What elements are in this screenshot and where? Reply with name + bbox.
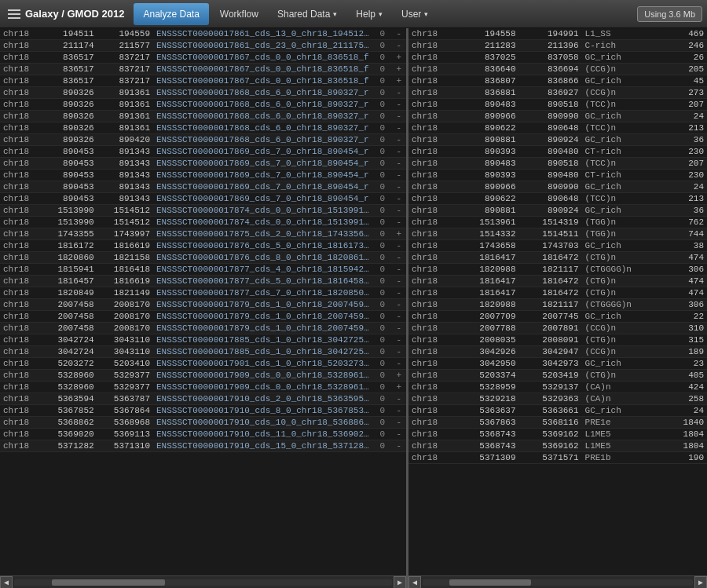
help-button[interactable]: Help ▾ — [346, 0, 392, 28]
left-cell-4: 0 — [373, 146, 391, 158]
left-table-row[interactable]: chr1818208491821149ENSSSCT00000017877_cd… — [0, 287, 406, 299]
left-table-row[interactable]: chr18211174211577ENSSSCT00000017861_cds_… — [0, 40, 406, 52]
right-table-row[interactable]: chr1830429263042947(CCG)n189 — [408, 346, 707, 358]
left-table-row[interactable]: chr18836517837217ENSSSCT00000017867_cds_… — [0, 75, 406, 87]
left-table-row[interactable]: chr1853712825371310ENSSSCT00000017910_cd… — [0, 440, 406, 452]
right-table-row[interactable]: chr1817436581743703GC_rich38 — [408, 240, 707, 252]
workflow-button[interactable]: Workflow — [211, 0, 268, 28]
left-cell-5: - — [391, 299, 406, 311]
right-table-row[interactable]: chr18890622890648(TCC)n213 — [408, 122, 707, 134]
scroll-left-button[interactable]: ◀ — [0, 576, 13, 589]
right-cell-3: (CCG)n — [582, 64, 663, 75]
right-table-row[interactable]: chr1830429503042973GC_rich23 — [408, 358, 707, 370]
right-table-row[interactable]: chr18890393890480CT-rich230 — [408, 170, 707, 181]
left-cell-0: chr18 — [0, 264, 41, 276]
right-table-row[interactable]: chr18194558194991L1_SS469 — [408, 28, 707, 40]
right-table-row[interactable]: chr18890881890924GC_rich36 — [408, 134, 707, 146]
left-table-row[interactable]: chr18890326891361ENSSSCT00000017868_cds_… — [0, 111, 406, 122]
right-table-row[interactable]: chr18836640836694(CCG)n205 — [408, 64, 707, 75]
left-table-row[interactable]: chr1820074582008170ENSSSCT00000017879_cd… — [0, 323, 406, 334]
right-table-row[interactable]: chr18890966890990GC_rich24 — [408, 111, 707, 122]
right-table-row[interactable]: chr18836881836927(CCG)n273 — [408, 87, 707, 99]
right-scroll-area[interactable]: chr18194558194991L1_SS469chr182112832113… — [408, 28, 707, 575]
right-table-row[interactable]: chr1853636375363661GC_rich24 — [408, 405, 707, 417]
right-cell-0: chr18 — [408, 405, 456, 417]
left-table-row[interactable]: chr1853678525367864ENSSSCT00000017910_cd… — [0, 405, 406, 417]
left-scroll-area[interactable]: chr18194511194559ENSSSCT00000017861_cds_… — [0, 28, 406, 575]
left-table-row[interactable]: chr1830427243043110ENSSSCT00000017885_cd… — [0, 346, 406, 358]
right-cell-2: 890924 — [519, 205, 582, 217]
left-table-row[interactable]: chr18890326891361ENSSSCT00000017868_cds_… — [0, 87, 406, 99]
right-table-row[interactable]: chr18890966890990GC_rich24 — [408, 181, 707, 193]
left-table-row[interactable]: chr18836517837217ENSSSCT00000017867_cds_… — [0, 64, 406, 75]
right-table-row[interactable]: chr1818209881821117(CTGGGG)n306 — [408, 264, 707, 276]
right-table-row[interactable]: chr1853292185329363(CA)n258 — [408, 393, 707, 405]
right-table-row[interactable]: chr1818164171816472(CTG)n474 — [408, 287, 707, 299]
left-table-row[interactable]: chr1820074582008170ENSSSCT00000017879_cd… — [0, 311, 406, 323]
right-table-row[interactable]: chr1853687435369162L1ME51804 — [408, 440, 707, 452]
right-table-row[interactable]: chr1820077882007891(CCG)n310 — [408, 323, 707, 334]
left-table-row[interactable]: chr18890326891361ENSSSCT00000017868_cds_… — [0, 99, 406, 111]
right-table-row[interactable]: chr1853687435369162L1ME51804 — [408, 429, 707, 440]
left-table-row[interactable]: chr18890453891343ENSSSCT00000017869_cds_… — [0, 193, 406, 205]
right-table-row[interactable]: chr1818164171816472(CTG)n474 — [408, 276, 707, 287]
right-table-row[interactable]: chr1818164171816472(CTG)n474 — [408, 252, 707, 264]
left-table-row[interactable]: chr1830427243043110ENSSSCT00000017885_cd… — [0, 334, 406, 346]
right-table-row[interactable]: chr1820080352008091(CTG)n315 — [408, 334, 707, 346]
left-horizontal-scrollbar[interactable] — [14, 579, 392, 586]
right-table-row[interactable]: chr1853678635368116PRE1e1840 — [408, 417, 707, 429]
right-table-row[interactable]: chr18211283211396C-rich246 — [408, 40, 707, 52]
menu-icon[interactable] — [8, 9, 20, 19]
left-table-row[interactable]: chr1820074582008170ENSSSCT00000017879_cd… — [0, 299, 406, 311]
left-table-row[interactable]: chr18890326891361ENSSSCT00000017868_cds_… — [0, 122, 406, 134]
left-cell-5: + — [391, 370, 406, 382]
right-table-row[interactable]: chr1818209881821117(CTGGGG)n306 — [408, 299, 707, 311]
analyze-data-button[interactable]: Analyze Data — [134, 3, 208, 25]
right-table-row[interactable]: chr1852033745203419(CTG)n405 — [408, 370, 707, 382]
left-table-row[interactable]: chr1853688625368968ENSSSCT00000017910_cd… — [0, 417, 406, 429]
scroll-right-button[interactable]: ▶ — [394, 576, 406, 589]
left-table-row[interactable]: chr1818161721816619ENSSSCT00000017876_cd… — [0, 240, 406, 252]
left-table-row[interactable]: chr1853690205369113ENSSSCT00000017910_cd… — [0, 429, 406, 440]
right-table-row[interactable]: chr18890393890480CT-rich230 — [408, 146, 707, 158]
left-table-row[interactable]: chr1853289605329377ENSSSCT00000017909_cd… — [0, 370, 406, 382]
right-table-row[interactable]: chr18890483890518(TCC)n207 — [408, 99, 707, 111]
right-table-row[interactable]: chr18836807836866GC_rich45 — [408, 75, 707, 87]
left-cell-5: - — [391, 181, 406, 193]
right-scroll-right-button[interactable]: ▶ — [694, 576, 707, 589]
right-horizontal-scrollbar[interactable] — [423, 579, 693, 586]
user-button[interactable]: User ▾ — [392, 0, 438, 28]
right-table-row[interactable]: chr18890881890924GC_rich36 — [408, 205, 707, 217]
left-table-row[interactable]: chr18890453891343ENSSSCT00000017869_cds_… — [0, 181, 406, 193]
right-table-row[interactable]: chr1815143321514511(TGG)n744 — [408, 228, 707, 240]
left-table-row[interactable]: chr1815139901514512ENSSSCT00000017874_cd… — [0, 217, 406, 228]
left-table-row[interactable]: chr18836517837217ENSSSCT00000017867_cds_… — [0, 52, 406, 64]
shared-data-button[interactable]: Shared Data ▾ — [268, 0, 346, 28]
storage-badge[interactable]: Using 3.6 Mb — [637, 6, 702, 22]
left-table-row[interactable]: chr18890326890420ENSSSCT00000017868_cds_… — [0, 134, 406, 146]
left-table-row[interactable]: chr1815139901514512ENSSSCT00000017874_cd… — [0, 205, 406, 217]
left-table-row[interactable]: chr1818208601821158ENSSSCT00000017876_cd… — [0, 252, 406, 264]
right-table-row[interactable]: chr1820077092007745GC_rich22 — [408, 311, 707, 323]
right-cell-2: 1514511 — [519, 228, 582, 240]
left-table-row[interactable]: chr1853635945363787ENSSSCT00000017910_cd… — [0, 393, 406, 405]
right-table-row[interactable]: chr1853289595329137(CA)n424 — [408, 382, 707, 393]
right-scroll-left-button[interactable]: ◀ — [408, 576, 421, 589]
right-table-row[interactable]: chr1815139611514319(TGG)n762 — [408, 217, 707, 228]
right-table-row[interactable]: chr18837025837058GC_rich26 — [408, 52, 707, 64]
left-table-row[interactable]: chr1852032725203410ENSSSCT00000017901_cd… — [0, 358, 406, 370]
left-table-row[interactable]: chr18890453891343ENSSSCT00000017869_cds_… — [0, 146, 406, 158]
left-cell-2: 5369113 — [97, 429, 153, 440]
right-table-row[interactable]: chr1853713095371571PRE1b190 — [408, 452, 707, 464]
right-table-row[interactable]: chr18890622890648(TCC)n213 — [408, 193, 707, 205]
left-table-row[interactable]: chr1817433551743997ENSSSCT00000017875_cd… — [0, 228, 406, 240]
left-cell-0: chr18 — [0, 217, 41, 228]
left-table-row[interactable]: chr1818164571816619ENSSSCT00000017877_cd… — [0, 276, 406, 287]
navbar: Galaxy / GMOD 2012 Analyze Data Workflow… — [0, 0, 707, 28]
left-table-row[interactable]: chr18890453891343ENSSSCT00000017869_cds_… — [0, 158, 406, 170]
left-table-row[interactable]: chr18890453891343ENSSSCT00000017869_cds_… — [0, 170, 406, 181]
right-table-row[interactable]: chr18890483890518(TCC)n207 — [408, 158, 707, 170]
left-table-row[interactable]: chr1853289605329377ENSSSCT00000017909_cd… — [0, 382, 406, 393]
left-table-row[interactable]: chr18194511194559ENSSSCT00000017861_cds_… — [0, 28, 406, 40]
left-table-row[interactable]: chr1818159411816418ENSSSCT00000017877_cd… — [0, 264, 406, 276]
